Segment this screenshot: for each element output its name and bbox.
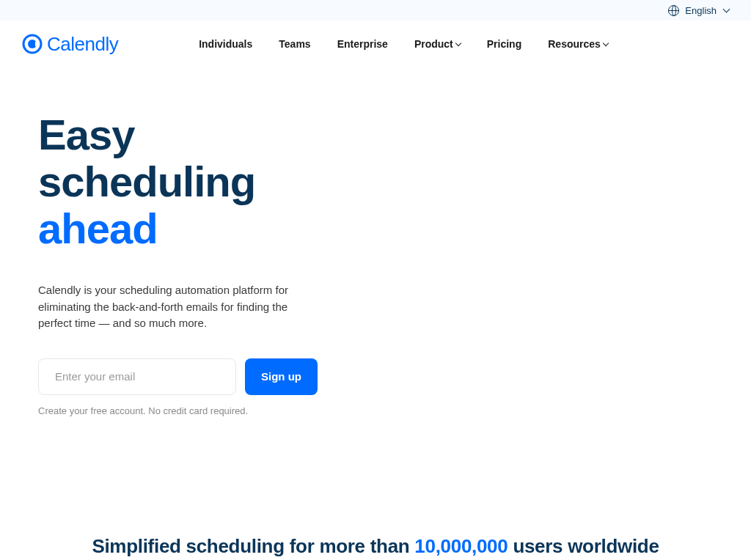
nav-enterprise[interactable]: Enterprise: [337, 38, 388, 50]
logo-icon: [22, 34, 43, 54]
nav-individuals[interactable]: Individuals: [199, 38, 252, 50]
nav-bar: Calendly Individuals Teams Enterprise Pr…: [0, 21, 751, 67]
hero-subtitle: Calendly is your scheduling automation p…: [38, 282, 317, 332]
stat-text: Simplified scheduling for more than 10,0…: [29, 534, 722, 559]
hero-title: Easy scheduling ahead: [38, 111, 358, 251]
logo-text: Calendly: [47, 33, 118, 56]
chevron-down-icon: [603, 40, 609, 45]
language-label: English: [685, 5, 717, 16]
nav-pricing[interactable]: Pricing: [487, 38, 521, 50]
nav-product[interactable]: Product: [414, 38, 461, 50]
email-field[interactable]: [38, 358, 236, 395]
hero-section: Easy scheduling ahead Calendly is your s…: [0, 67, 396, 416]
logo[interactable]: Calendly: [22, 33, 118, 56]
nav-teams[interactable]: Teams: [279, 38, 310, 50]
language-selector[interactable]: English: [668, 5, 729, 16]
chevron-down-icon: [455, 40, 461, 45]
globe-icon: [668, 5, 679, 16]
nav-items: Individuals Teams Enterprise Product Pri…: [199, 38, 608, 50]
nav-resources[interactable]: Resources: [548, 38, 608, 50]
chevron-down-icon: [723, 5, 730, 12]
signup-disclaimer: Create your free account. No credit card…: [38, 405, 358, 416]
email-signup-row: Sign up: [38, 358, 358, 395]
signup-button[interactable]: Sign up: [245, 358, 318, 395]
svg-rect-2: [35, 42, 39, 46]
stat-section: Simplified scheduling for more than 10,0…: [0, 534, 751, 559]
top-bar: English: [0, 0, 751, 21]
